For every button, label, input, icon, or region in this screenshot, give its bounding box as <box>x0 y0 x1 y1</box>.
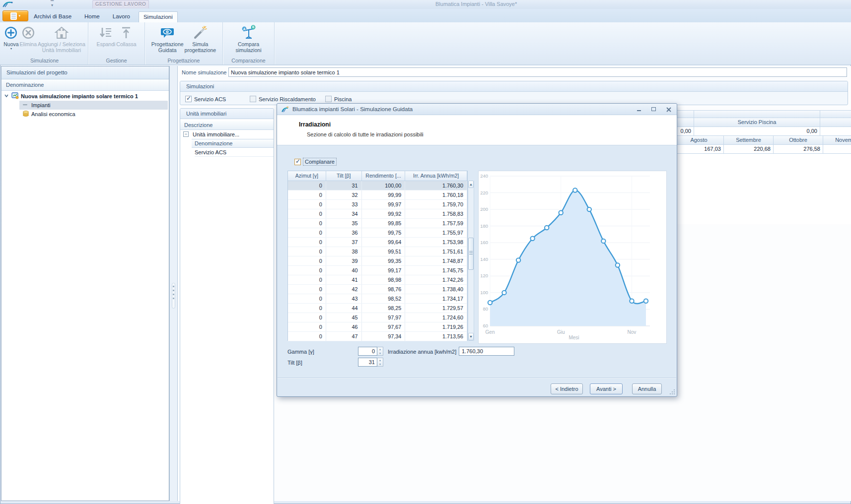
groupbox-title: Simulazioni <box>180 81 848 92</box>
column-header-azimut[interactable]: Azimut [γ] <box>288 171 326 181</box>
gamma-field[interactable]: 0 <box>358 347 377 356</box>
table-row[interactable]: 04498,251.729,57 <box>288 304 467 313</box>
project-simulations-panel: Simulazioni del progetto Denominazione N… <box>1 66 169 501</box>
table-cell: 0 <box>288 228 326 237</box>
checkbox-icon[interactable] <box>185 96 192 102</box>
maximize-button[interactable] <box>650 106 657 113</box>
simulation-name-input[interactable] <box>228 67 847 77</box>
collapse-box-icon[interactable]: − <box>183 131 189 137</box>
step-subtitle: Sezione di calcolo di tutte le irradiazi… <box>307 131 424 137</box>
scrollbar-thumb[interactable] <box>468 238 474 270</box>
table-row[interactable]: 04198,981.742,26 <box>288 275 467 285</box>
aggiungi-seleziona-unit-immobiliari-button: Aggiungi / SelezionaUnità Immobiliari <box>38 23 85 53</box>
tab-lavoro[interactable]: Lavoro <box>108 11 135 22</box>
scroll-down-icon[interactable]: ▼ <box>468 333 474 340</box>
servizio-acs-row[interactable]: Servizio ACS <box>195 148 274 157</box>
table-scrollbar[interactable]: ▲ ▼ <box>468 181 474 341</box>
month-column-header[interactable]: Novembre <box>823 136 851 145</box>
table-row[interactable]: 03699,751.755,97 <box>288 228 467 238</box>
table-cell: 38 <box>326 247 362 256</box>
resize-grip[interactable] <box>668 388 675 394</box>
checkbox-label: Servizio ACS <box>194 96 226 102</box>
complanare-checkbox[interactable]: Complanare <box>294 158 336 165</box>
cancel-button[interactable]: Annulla <box>632 383 662 394</box>
checkbox-label: Complanare <box>303 158 336 165</box>
table-row[interactable]: 03399,971.759,70 <box>288 200 467 209</box>
data-point-marker <box>644 299 648 303</box>
quick-access-dropdown-icon[interactable]: ▔▾ <box>49 1 56 7</box>
tab-home[interactable]: Home <box>80 11 104 22</box>
scroll-up-icon[interactable]: ▲ <box>468 181 474 188</box>
app-menu-button[interactable]: ▾ <box>2 10 28 21</box>
checkbox-icon[interactable] <box>294 159 301 165</box>
tree-item-nuova-simulazione-impianto-solare-termico-1[interactable]: Nuova simulazione impianto solare termic… <box>1 92 169 101</box>
month-column-header[interactable]: Settembre <box>724 136 774 145</box>
checkbox-piscina[interactable]: Piscina <box>325 96 352 102</box>
ribbon-group-simulazione: Nuova▾EliminaAggiungi / SelezionaUnità I… <box>1 22 88 64</box>
splitter-grip[interactable] <box>172 283 175 309</box>
table-row[interactable]: 03599,851.757,59 <box>288 219 467 228</box>
irradiation-chart-panel: 2402202001801601401201008060GenGiuNovMes… <box>478 171 667 344</box>
table-row[interactable]: 04697,671.719,26 <box>288 322 467 332</box>
simulation-tree: Nuova simulazione impianto solare termic… <box>1 91 169 501</box>
checkbox-servizio-acs[interactable]: Servizio ACS <box>185 96 226 102</box>
month-column-header[interactable]: Agosto <box>674 136 724 145</box>
group-header-cell <box>694 111 820 118</box>
irradiation-chart: 2402202001801601401201008060GenGiuNovMes… <box>479 171 666 343</box>
tilt-label: Tilt [β] <box>287 360 302 366</box>
table-cell: 99,75 <box>362 228 406 237</box>
back-button[interactable]: < Indietro <box>551 383 583 394</box>
compara-simulazioni-button[interactable]: ABComparasimulazioni <box>236 23 262 53</box>
tilt-field[interactable]: 31 <box>358 358 377 367</box>
column-header-irr-annua-kwh-m2[interactable]: Irr. Annua [kWh/m2] <box>405 171 467 181</box>
checkbox-icon[interactable] <box>250 96 256 102</box>
month-column-header[interactable]: Ottobre <box>774 136 823 145</box>
irradiazione-annua-field[interactable]: 1.760,30 <box>459 347 514 356</box>
button-label: Progettazione <box>151 41 184 47</box>
irradiation-table[interactable]: Azimut [γ]Tilt [β]Rendimento [...Irr. An… <box>287 171 468 341</box>
table-row[interactable]: 03899,511.751,61 <box>288 247 467 256</box>
table-cell: 42 <box>326 285 362 294</box>
descrizione-column-header[interactable]: Descrizione <box>180 121 274 130</box>
table-row[interactable]: 04298,761.738,40 <box>288 285 467 294</box>
table-row[interactable]: 04099,171.745,75 <box>288 266 467 275</box>
denominazione-column-header[interactable]: Denominazione <box>192 139 274 148</box>
table-row[interactable]: 04398,521.734,17 <box>288 294 467 304</box>
checkbox-icon[interactable] <box>325 96 332 102</box>
servizio-piscina-header[interactable]: Servizio Piscina <box>694 118 820 127</box>
tab-archivi-di-base[interactable]: Archivi di Base <box>29 11 76 22</box>
table-row[interactable]: 03999,351.748,87 <box>288 256 467 266</box>
next-button[interactable]: Avanti > <box>590 383 623 394</box>
minimize-button[interactable] <box>635 106 642 113</box>
dialog-title-bar[interactable]: Blumatica impianti Solari - Simulazione … <box>277 104 677 115</box>
compare-scale-icon: AB <box>241 24 257 41</box>
tree-item-impianti[interactable]: Impianti <box>1 101 169 110</box>
table-row[interactable]: 03299,991.760,18 <box>288 190 467 200</box>
checkbox-servizio-riscaldamento[interactable]: Servizio Riscaldamento <box>250 96 316 102</box>
table-row[interactable]: 04797,341.713,56 <box>288 332 467 341</box>
tab-simulazioni[interactable]: Simulazioni <box>139 11 178 22</box>
gamma-spinner[interactable]: ▲▼ <box>377 347 383 356</box>
column-header-rendimento[interactable]: Rendimento [... <box>362 171 406 181</box>
table-cell: 31 <box>326 181 362 190</box>
table-row[interactable]: 03799,641.753,98 <box>288 238 467 247</box>
data-point-marker <box>601 239 605 243</box>
table-cell: 0 <box>288 275 326 284</box>
column-header-tilt[interactable]: Tilt [β] <box>326 171 362 181</box>
dialog-header: Irradiazioni Sezione di calcolo di tutte… <box>277 115 677 145</box>
nuova-button[interactable]: Nuova▾ <box>3 23 18 50</box>
vertical-splitter[interactable] <box>169 66 178 501</box>
simula-progettazione-button[interactable]: Simulaprogettazione <box>185 23 216 53</box>
progettazione-guidata-button[interactable]: ProgettazioneGuidata <box>151 23 184 53</box>
unita-immobiliare-row[interactable]: − Unità immobiliare... <box>180 130 274 139</box>
table-cell: 0 <box>288 200 326 209</box>
tree-column-header[interactable]: Denominazione <box>1 79 169 91</box>
close-button[interactable] <box>665 106 672 113</box>
table-row[interactable]: 031100,001.760,30 <box>288 181 467 190</box>
table-row[interactable]: 04597,971.724,60 <box>288 313 467 322</box>
tilt-spinner[interactable]: ▲▼ <box>377 358 383 367</box>
table-row[interactable]: 03499,921.758,83 <box>288 209 467 219</box>
tree-item-analisi-economica[interactable]: Analisi economica <box>1 110 169 119</box>
table-cell: 37 <box>326 238 362 247</box>
table-cell: 1.757,59 <box>405 219 467 228</box>
